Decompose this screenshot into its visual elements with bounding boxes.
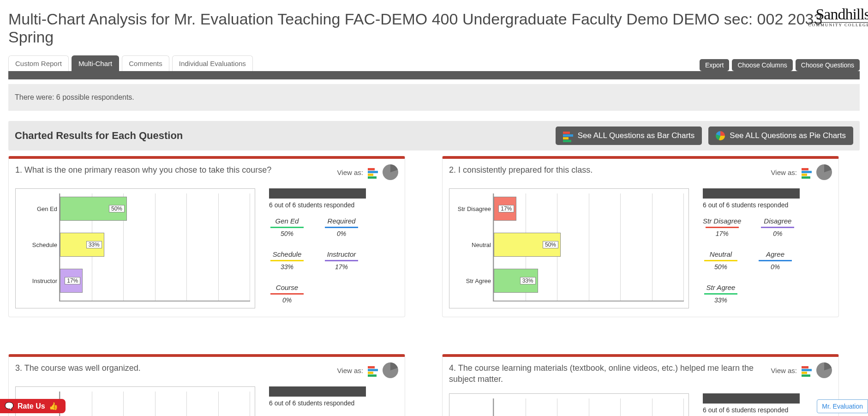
legend-name: Required bbox=[323, 217, 359, 226]
responded-line: 6 out of 6 students responded bbox=[269, 399, 398, 407]
see-all-pie-button[interactable]: See ALL Questions as Pie Charts bbox=[708, 127, 853, 145]
bar-row: Schedule33% bbox=[60, 231, 250, 258]
logo-sub: COMMUNITY COLLEGE bbox=[808, 22, 868, 27]
question-text: 4. The course learning materials (textbo… bbox=[449, 362, 765, 385]
bar-value-label: 33% bbox=[86, 241, 102, 248]
chart-summary: 6 out of 6 students respondedStr Disagre… bbox=[703, 188, 832, 304]
bar-value-label: 50% bbox=[543, 241, 558, 248]
see-all-pie-label: See ALL Questions as Pie Charts bbox=[730, 131, 846, 140]
rate-us-label: Rate Us bbox=[18, 402, 45, 410]
legend: Str Disagree17%Disagree0%Neutral50%Agree… bbox=[703, 217, 823, 304]
page-title: Multi-Chart Analysis for Mr. Evaluation … bbox=[8, 10, 860, 46]
chart-summary: 6 out of 6 students responded bbox=[703, 393, 832, 416]
thumbs-up-icon: 👍 bbox=[49, 402, 58, 410]
question-card: 3. The course was well organized.View as… bbox=[8, 354, 405, 416]
view-as-pie-icon[interactable] bbox=[383, 362, 398, 378]
view-as-controls: View as: bbox=[771, 164, 832, 180]
bar-row: Neutral50% bbox=[494, 231, 684, 258]
legend-name: Str Agree bbox=[703, 283, 739, 292]
legend-color-line bbox=[270, 227, 304, 228]
view-as-bar-icon[interactable] bbox=[802, 366, 812, 374]
choose-columns-button[interactable]: Choose Columns bbox=[732, 59, 792, 71]
legend-pct: 0% bbox=[337, 230, 346, 237]
speech-bubble-icon: 🗨️ bbox=[5, 402, 14, 410]
view-as-label: View as: bbox=[337, 367, 363, 374]
bar-category-label: Neutral bbox=[452, 241, 491, 248]
question-text: 2. I consistently prepared for this clas… bbox=[449, 164, 765, 175]
legend-color-line bbox=[325, 227, 358, 228]
legend-pct: 33% bbox=[281, 263, 293, 271]
legend-item: Instructor17% bbox=[323, 250, 359, 271]
section-title: Charted Results for Each Question bbox=[15, 130, 549, 142]
user-name-pill[interactable]: Mr. Evaluation bbox=[817, 399, 868, 413]
tab-custom-report[interactable]: Custom Report bbox=[8, 55, 69, 71]
college-logo: Sandhills COMMUNITY COLLEGE bbox=[808, 6, 868, 27]
view-as-bar-icon[interactable] bbox=[802, 168, 812, 176]
legend-name: Instructor bbox=[323, 250, 359, 259]
view-as-controls: View as: bbox=[337, 164, 398, 180]
responded-line: 6 out of 6 students responded bbox=[703, 406, 832, 414]
bar-row: Instructor17% bbox=[60, 267, 250, 294]
question-text: 3. The course was well organized. bbox=[15, 362, 331, 374]
summary-header-bar bbox=[269, 188, 366, 199]
rate-us-tab[interactable]: 🗨️ Rate Us 👍 bbox=[0, 399, 66, 413]
legend-pct: 17% bbox=[335, 263, 348, 271]
view-as-pie-icon[interactable] bbox=[383, 164, 398, 180]
view-as-label: View as: bbox=[337, 169, 363, 176]
view-as-label: View as: bbox=[771, 367, 797, 374]
see-all-bar-button[interactable]: See ALL Questions as Bar Charts bbox=[556, 127, 702, 145]
bar-category-label: Instructor bbox=[18, 277, 57, 284]
question-text: 1. What is the one primary reason why yo… bbox=[15, 164, 331, 175]
responded-line: 6 out of 6 students responded bbox=[269, 201, 398, 209]
pie-chart-icon bbox=[716, 131, 725, 140]
legend-name: Schedule bbox=[269, 250, 305, 259]
legend-name: Disagree bbox=[760, 217, 796, 226]
tab-row: Custom Report Multi-Chart Comments Indiv… bbox=[8, 55, 860, 71]
legend-pct: 33% bbox=[714, 296, 727, 304]
legend-pct: 0% bbox=[282, 296, 292, 304]
logo-name: Sandhills bbox=[815, 6, 868, 23]
legend-color-line bbox=[704, 260, 737, 261]
bar: 17% bbox=[60, 269, 83, 293]
chart-summary: 6 out of 6 students respondedGen Ed50%Re… bbox=[269, 188, 398, 304]
legend-color-line bbox=[761, 227, 794, 228]
question-card: 4. The course learning materials (textbo… bbox=[442, 354, 839, 416]
view-as-bar-icon[interactable] bbox=[368, 168, 378, 176]
legend-pct: 50% bbox=[714, 263, 727, 271]
tab-comments[interactable]: Comments bbox=[122, 55, 169, 71]
summary-header-bar bbox=[269, 386, 366, 397]
view-as-controls: View as: bbox=[771, 362, 832, 378]
bar-chart bbox=[449, 393, 689, 416]
question-card: 2. I consistently prepared for this clas… bbox=[442, 156, 839, 317]
view-as-bar-icon[interactable] bbox=[368, 366, 378, 374]
bar-value-label: 17% bbox=[498, 205, 514, 212]
bar-value-label: 50% bbox=[109, 205, 125, 212]
legend-name: Agree bbox=[757, 250, 793, 259]
legend-name: Gen Ed bbox=[269, 217, 305, 226]
bar-category-label: Str Agree bbox=[452, 277, 491, 284]
bar: 50% bbox=[494, 233, 561, 257]
tab-individual-evaluations[interactable]: Individual Evaluations bbox=[172, 55, 253, 71]
bar: 33% bbox=[494, 269, 538, 293]
legend-color-line bbox=[325, 260, 358, 261]
view-as-pie-icon[interactable] bbox=[816, 164, 832, 180]
bar-chart-icon bbox=[563, 132, 573, 140]
export-button[interactable]: Export bbox=[700, 59, 729, 71]
legend-name: Str Disagree bbox=[703, 217, 741, 226]
view-as-controls: View as: bbox=[337, 362, 398, 378]
legend-name: Neutral bbox=[703, 250, 739, 259]
tab-multi-chart[interactable]: Multi-Chart bbox=[72, 55, 119, 71]
legend-item: Disagree0% bbox=[760, 217, 796, 237]
summary-header-bar bbox=[703, 393, 800, 404]
legend-item: Neutral50% bbox=[703, 250, 739, 271]
legend-pct: 50% bbox=[281, 230, 293, 237]
summary-header-bar bbox=[703, 188, 800, 199]
choose-questions-button[interactable]: Choose Questions bbox=[796, 59, 860, 71]
legend-item: Schedule33% bbox=[269, 250, 305, 271]
legend-item: Str Agree33% bbox=[703, 283, 739, 304]
legend-name: Course bbox=[269, 283, 305, 292]
bar-value-label: 17% bbox=[65, 277, 80, 284]
view-as-pie-icon[interactable] bbox=[816, 362, 832, 378]
legend-pct: 17% bbox=[716, 230, 729, 237]
bar-category-label: Str Disagree bbox=[452, 205, 491, 212]
